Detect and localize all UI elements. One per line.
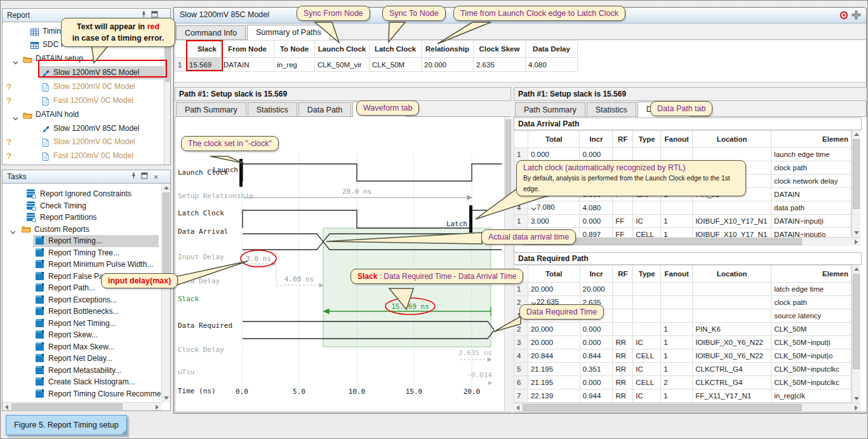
- path-cell: RR: [613, 376, 633, 389]
- path-table-row[interactable]: 120.00020.000latch edge time: [514, 283, 851, 296]
- report-tree-item[interactable]: DATAIN setup: [3, 52, 163, 65]
- path-table-row[interactable]: 621.1950.000RRCELL2CLKCTRL_G4CLK_50M~inp…: [514, 376, 851, 389]
- float-window-icon[interactable]: [851, 10, 861, 22]
- path-cell: in_reg|clk: [771, 389, 851, 403]
- custom-report-icon: [36, 366, 44, 374]
- summary-cell: CLK_50M: [370, 58, 422, 72]
- summary-cell: 4.080: [526, 58, 578, 72]
- path-col-header[interactable]: Location: [693, 266, 771, 283]
- tab-path-summary[interactable]: Path Summary: [176, 102, 246, 117]
- path-cell: 1: [661, 389, 693, 403]
- time-axis-tick: 10.0: [349, 388, 366, 396]
- report-tree-item[interactable]: ?Fast 1200mV 0C Model: [3, 149, 163, 163]
- path-col-header[interactable]: RF: [613, 266, 633, 283]
- summary-col-header[interactable]: Relationship: [422, 41, 474, 58]
- path-table-row[interactable]: 420.8440.844RRCELL1IOIBUF_X0_Y6_N22CLK_5…: [514, 349, 851, 363]
- task-item[interactable]: Report Bottlenecks...: [3, 306, 161, 318]
- task-item[interactable]: Report Skew...: [3, 329, 161, 341]
- path-col-header[interactable]: Total: [528, 266, 580, 283]
- path-table-row[interactable]: 13.0000.000FFIC1IOIBUF_X10_Y17_N1DATAIN~…: [514, 215, 851, 228]
- task-item[interactable]: Report Partitions: [3, 212, 161, 224]
- task-item[interactable]: Report Net Delay...: [3, 353, 161, 365]
- task-item[interactable]: Check Timing: [3, 200, 161, 212]
- task-item-label: Check Timing: [40, 200, 86, 212]
- arrival-vscrollbar[interactable]: [851, 130, 860, 237]
- report-tree-item[interactable]: DATAIN hold: [3, 108, 163, 121]
- path-table-row[interactable]: 320.0000.000RRIC1IOIBUF_X0_Y6_N22CLK_50M…: [514, 336, 851, 349]
- custom-report-icon: [36, 342, 44, 351]
- path-col-header[interactable]: Total: [528, 131, 580, 148]
- path-col-header[interactable]: Type: [633, 266, 661, 283]
- path-cell: 0.000: [528, 148, 580, 161]
- summary-row[interactable]: 115.569DATAINin_regCLK_50M_virCLK_50M20.…: [175, 58, 578, 72]
- path-col-header[interactable]: Elemen: [771, 266, 851, 283]
- path-col-header[interactable]: Fanout: [661, 266, 693, 283]
- tasks-vscrollbar[interactable]: [161, 184, 170, 402]
- summary-col-header[interactable]: Data Delay: [526, 41, 578, 58]
- task-item[interactable]: Custom Reports: [3, 224, 161, 236]
- report-tree-item[interactable]: Slow 1200mV 85C Model: [3, 122, 163, 135]
- tab-command-info[interactable]: Command Info: [176, 25, 246, 40]
- task-item[interactable]: Report Net Timing...: [3, 318, 161, 330]
- path-col-header[interactable]: Type: [633, 131, 661, 148]
- task-item[interactable]: Report Exceptions...: [3, 294, 161, 306]
- path-col-header[interactable]: Elemen: [771, 131, 851, 148]
- task-item[interactable]: Report Timing...: [33, 235, 159, 247]
- tab-summary-of-paths[interactable]: Summary of Paths: [247, 25, 330, 40]
- pin-icon[interactable]: [129, 172, 138, 182]
- chevron-down-icon[interactable]: [13, 112, 18, 122]
- task-item[interactable]: Report Timing Closure Recommendat: [3, 388, 161, 400]
- required-hscrollbar[interactable]: [514, 403, 860, 412]
- report-tree-item[interactable]: ?Fast 1200mV 0C Model: [3, 94, 163, 107]
- folder-icon: [23, 111, 31, 119]
- stale-question-icon: ?: [6, 80, 11, 93]
- waveform-vscrollbar[interactable]: [504, 117, 512, 412]
- path-cell: 4.080: [580, 201, 613, 215]
- tab-data-path[interactable]: Data Path: [298, 102, 352, 117]
- summary-table: SlackFrom NodeTo NodeLaunch ClockLatch C…: [175, 40, 578, 72]
- task-item[interactable]: Report Ignored Constraints: [3, 188, 161, 200]
- path-col-header[interactable]: RF: [613, 131, 633, 148]
- path-table-row[interactable]: 47.0804.080data path: [514, 201, 851, 215]
- path-col-header[interactable]: Incr: [580, 131, 613, 148]
- close-icon[interactable]: ×: [151, 172, 161, 182]
- report-tree-item[interactable]: ?Slow 1200mV 0C Model: [3, 80, 163, 93]
- summary-col-header[interactable]: Slack: [187, 41, 221, 58]
- required-vscrollbar[interactable]: [851, 265, 860, 403]
- path-table-row[interactable]: 10.0000.000launch edge time: [514, 148, 851, 161]
- path-table-row[interactable]: 521.1950.351RRIC1CLKCTRL_G4CLK_50M~input…: [514, 363, 851, 376]
- path-col-header[interactable]: Location: [693, 131, 771, 148]
- path-table-row[interactable]: 722.1390.944RRIC1FF_X11_Y17_N1in_reg|clk: [514, 389, 851, 403]
- path-cell: [693, 283, 771, 296]
- chevron-down-icon[interactable]: [10, 227, 16, 235]
- summary-col-header[interactable]: Latch Clock: [370, 41, 422, 58]
- tasks-hscrollbar[interactable]: [3, 402, 161, 410]
- record-icon[interactable]: [839, 11, 848, 22]
- time-axis-tick: 0.0: [236, 388, 248, 396]
- input-delay-value: 3.0 ns: [246, 255, 271, 263]
- summary-col-header[interactable]: From Node: [221, 41, 274, 58]
- task-item[interactable]: Report Timing Tree...: [3, 247, 161, 259]
- task-item[interactable]: Report Max Skew...: [3, 341, 161, 353]
- tab-statistics[interactable]: Statistics: [587, 102, 636, 117]
- path-cell: 20.000: [580, 283, 613, 296]
- summary-col-header[interactable]: To Node: [274, 41, 315, 58]
- path-col-header[interactable]: Fanout: [661, 131, 693, 148]
- report-tree-item[interactable]: ?Slow 1200mV 0C Model: [3, 135, 163, 149]
- dock-icon[interactable]: [140, 172, 149, 182]
- summary-col-header[interactable]: Clock Skew: [474, 41, 526, 58]
- task-item[interactable]: Create Slack Histogram...: [3, 376, 161, 388]
- tab-statistics[interactable]: Statistics: [248, 102, 297, 117]
- summary-cell: DATAIN: [221, 58, 274, 72]
- task-item[interactable]: Report Metastability...: [3, 365, 161, 377]
- scroll-left-arrow: [5, 405, 8, 410]
- path-col-header[interactable]: Incr: [580, 266, 613, 283]
- report-tree-item[interactable]: Slow 1200mV 85C Model: [39, 66, 164, 79]
- row-expand-chevron-icon[interactable]: [531, 205, 537, 213]
- tab-path-summary[interactable]: Path Summary: [515, 102, 585, 117]
- summary-col-header[interactable]: Launch Clock: [315, 41, 370, 58]
- tasks-panel-title: Tasks ×: [3, 170, 170, 184]
- chevron-down-icon[interactable]: [13, 57, 18, 66]
- path-table-row[interactable]: 220.0000.0001PIN_K6CLK_50M: [514, 323, 851, 336]
- task-item[interactable]: Report Minimum Pulse Width...: [3, 259, 161, 271]
